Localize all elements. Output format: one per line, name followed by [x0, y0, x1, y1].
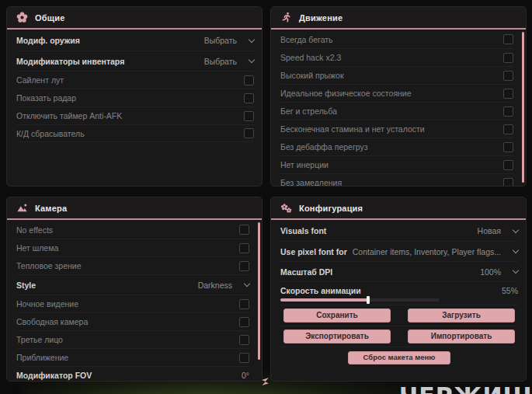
checkbox-row: Без дебаффа перегруз	[280, 138, 513, 155]
option-label: Третье лицо	[16, 335, 63, 344]
slider-handle[interactable]	[15, 381, 18, 382]
dropdown[interactable]: Darkness	[198, 281, 249, 290]
checkbox[interactable]	[239, 335, 249, 345]
dropdown-value: 100%	[480, 267, 501, 277]
option-label: Всегда бегать	[280, 35, 333, 44]
load-button[interactable]: Загрузить	[408, 309, 515, 323]
checkbox[interactable]	[239, 317, 249, 327]
option-label: Нет шлема	[16, 243, 58, 253]
checkbox-row: Идеальное физическое состояние	[280, 84, 513, 102]
panel-title: Общие	[35, 13, 65, 23]
checkbox[interactable]	[244, 75, 254, 85]
panel-header: Общие	[7, 7, 262, 30]
slider-value: 0°	[242, 371, 249, 380]
checkbox[interactable]	[244, 111, 254, 121]
panel-title: Конфигурация	[299, 204, 363, 213]
dropdown[interactable]: Выбрать	[204, 36, 254, 45]
dropdown-value: Выбрать	[204, 57, 237, 66]
dropdown[interactable]: Новая	[478, 226, 518, 235]
dropdown-row: Модиф. оружияВыбрать	[16, 30, 254, 51]
panel-body: Модиф. оружияВыбратьМодификаторы инвента…	[7, 30, 262, 186]
reset-menu-layout-button[interactable]: Сброс макета меню	[348, 351, 450, 364]
dropdown-value: Darkness	[198, 281, 232, 290]
checkbox[interactable]	[239, 261, 249, 271]
export-button[interactable]: Экспортировать	[283, 329, 391, 343]
setting-label: Модификаторы инвентаря	[16, 57, 124, 66]
chevron-down-icon	[513, 267, 519, 274]
option-label: Свободная камера	[16, 317, 88, 326]
dropdown-row: Масштаб DPI100%	[280, 261, 518, 281]
slider-track[interactable]	[280, 298, 440, 302]
checkbox[interactable]	[239, 225, 249, 235]
slider-value: 55%	[502, 286, 518, 295]
chevron-down-icon	[513, 247, 519, 253]
dropdown-row: Use pixel font forContainer items, Inven…	[280, 241, 518, 261]
chevron-down-icon	[513, 226, 519, 232]
import-button[interactable]: Импортировать	[408, 329, 515, 343]
scrollbar[interactable]	[522, 32, 524, 183]
checkbox-row: Тепловое зрение	[16, 256, 249, 274]
setting-label: Use pixel font for	[280, 247, 347, 256]
checkbox-row: Приближение	[16, 348, 249, 366]
checkbox-row: Нет шлема	[16, 239, 249, 256]
panels-grid: ОбщиеМодиф. оружияВыбратьМодификаторы ин…	[6, 6, 527, 382]
checkbox[interactable]	[503, 106, 513, 117]
checkbox-row: Speed hack x2.3	[280, 48, 513, 66]
slider-fill	[280, 298, 368, 302]
checkbox[interactable]	[244, 93, 254, 103]
checkbox[interactable]	[239, 299, 249, 309]
checkbox-row: Без замедления	[280, 173, 513, 187]
checkbox[interactable]	[239, 243, 249, 253]
background-watermark: ЧЕРЖИШЕ	[399, 382, 532, 394]
panel-camera: КамераNo effectsНет шлемаТепловое зрение…	[6, 197, 263, 382]
checkbox[interactable]	[239, 353, 249, 363]
option-label: Бег и стрельба	[280, 106, 337, 116]
checkbox[interactable]	[503, 34, 513, 44]
option-label: Идеальное физическое состояние	[280, 89, 412, 98]
checkbox-row: Отключить таймер Anti-AFK	[16, 106, 254, 124]
dropdown-value: Выбрать	[204, 36, 237, 45]
checkbox[interactable]	[244, 128, 254, 138]
option-label: Нет инерции	[280, 160, 329, 169]
checkbox[interactable]	[503, 71, 513, 81]
panel-general: ОбщиеМодиф. оружияВыбратьМодификаторы ин…	[6, 6, 263, 187]
dropdown-row: StyleDarkness	[16, 274, 249, 295]
panel-title: Движение	[299, 13, 342, 23]
gears-icon	[280, 202, 292, 214]
panel-config: КонфигурацияVisuals fontНоваяUse pixel f…	[270, 197, 527, 382]
option-label: К/Д сбрасыватель	[16, 129, 85, 138]
panel-movement: ДвижениеВсегда бегатьSpeed hack x2.3Высо…	[270, 6, 527, 187]
dropdown[interactable]: Container items, Inventory, Player flags…	[353, 247, 518, 256]
buttons-row: СохранитьЗагрузить	[280, 305, 518, 326]
option-label: Отключить таймер Anti-AFK	[16, 111, 122, 120]
dropdown[interactable]: 100%	[480, 267, 518, 277]
checkbox[interactable]	[503, 160, 513, 170]
flower-icon	[16, 12, 28, 23]
checkbox[interactable]	[503, 53, 513, 63]
checkbox-row: Нет инерции	[280, 155, 513, 173]
option-label: No effects	[16, 225, 53, 235]
checkbox[interactable]	[503, 89, 513, 99]
chevron-down-icon	[244, 281, 250, 287]
slider-header: Скорость анимации55%	[280, 286, 518, 295]
checkbox[interactable]	[503, 178, 513, 187]
save-button[interactable]: Сохранить	[283, 309, 391, 323]
slider-row: Модификатор FOV0°	[16, 366, 249, 382]
scrollbar[interactable]	[258, 222, 260, 360]
checkbox-row: Бег и стрельба	[280, 102, 513, 120]
slider-handle[interactable]	[367, 296, 370, 304]
option-label: Speed hack x2.3	[280, 53, 341, 62]
panel-body: Visuals fontНоваяUse pixel font forConta…	[271, 220, 526, 381]
image-icon	[16, 202, 28, 214]
checkbox-row: Высокий прыжок	[280, 66, 513, 84]
buttons-row: ЭкспортироватьИмпортировать	[280, 326, 518, 347]
slider-header: Модификатор FOV0°	[16, 371, 249, 380]
option-label: Без дебаффа перегруз	[280, 142, 368, 152]
chevron-down-icon	[249, 57, 255, 63]
slider-row: Скорость анимации55%	[280, 281, 518, 305]
dropdown-row: Модификаторы инвентаряВыбрать	[16, 51, 254, 71]
checkbox[interactable]	[503, 124, 513, 134]
dropdown[interactable]: Выбрать	[204, 57, 254, 66]
setting-label: Масштаб DPI	[280, 267, 332, 277]
checkbox[interactable]	[503, 142, 513, 152]
